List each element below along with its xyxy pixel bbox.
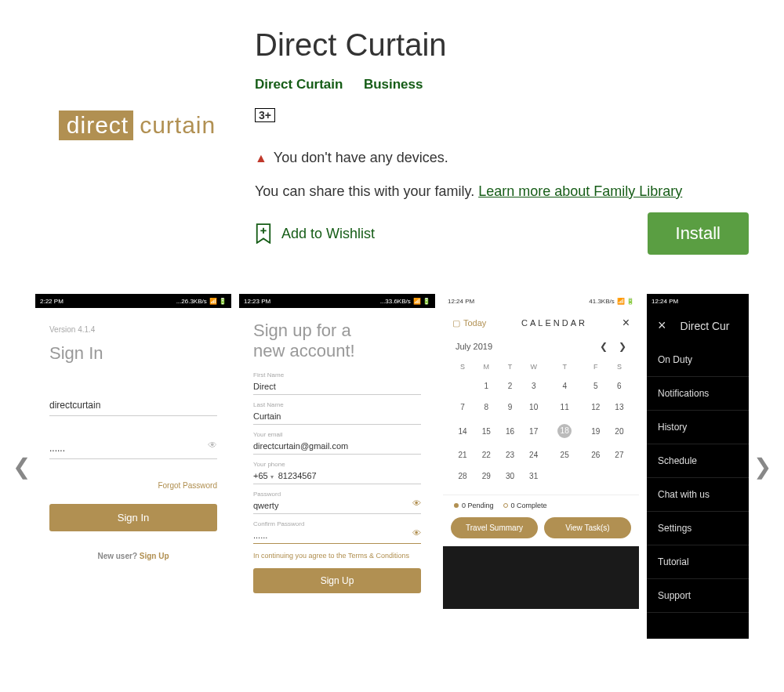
next-month-icon: ❯ <box>619 341 626 352</box>
email-field: directcurtain@gmail.com <box>253 438 421 455</box>
view-tasks-button: View Task(s) <box>544 517 631 538</box>
confirm-password-field: ......👁 <box>253 527 421 544</box>
today-button: ▢Today <box>452 318 486 328</box>
logo-left: direct <box>59 111 133 140</box>
share-text: You can share this with your family. <box>255 183 478 199</box>
menu-item: Tutorial <box>647 545 749 579</box>
category-link[interactable]: Business <box>364 77 423 92</box>
signal-icon: 📶 🔋 <box>209 298 227 305</box>
menu-item: Schedule <box>647 444 749 478</box>
eye-icon: 👁 <box>412 498 421 508</box>
menu-item: History <box>647 411 749 444</box>
menu-item: Chat with us <box>647 478 749 512</box>
calendar-grid: SMTWTFS 12345678910111213141516171819202… <box>451 358 631 487</box>
complete-status: 0 Complete <box>503 502 547 509</box>
month-label: July 2019 <box>456 342 492 351</box>
chevron-down-icon: ▾ <box>270 473 274 480</box>
bookmark-add-icon <box>255 223 272 244</box>
app-icon: direct curtain <box>35 24 239 227</box>
carousel-next[interactable]: ❯ <box>746 446 779 487</box>
signin-button: Sign In <box>49 504 217 531</box>
menu-item: Support <box>647 579 749 613</box>
screenshot-4[interactable]: 12:24 PM × Direct Cur On DutyNotificatio… <box>647 294 749 639</box>
logo-right: curtain <box>133 112 216 139</box>
install-button[interactable]: Install <box>648 212 749 255</box>
signal-icon: 📶 🔋 <box>617 298 634 305</box>
signal-icon: 📶 🔋 <box>413 298 430 305</box>
screenshot-2[interactable]: 12:23 PM ...33.6KB/s📶 🔋 Sign up for anew… <box>239 294 435 639</box>
wishlist-label: Add to Wishlist <box>281 226 375 242</box>
drawer-title: Direct Cur <box>681 320 730 332</box>
pending-status: 0 Pending <box>454 502 494 509</box>
wishlist-button[interactable]: Add to Wishlist <box>255 223 375 244</box>
menu-item: On Duty <box>647 343 749 377</box>
travel-summary-button: Travel Summary <box>451 517 538 538</box>
version-label: Version 4.1.4 <box>49 325 217 334</box>
calendar-title: CALENDAR <box>521 318 587 328</box>
content-rating: 3+ <box>255 108 275 122</box>
carousel-prev[interactable]: ❮ <box>5 446 38 487</box>
app-title: Direct Curtain <box>255 27 749 63</box>
phone-field: +65 ▾ 81234567 <box>253 468 421 484</box>
eye-icon: 👁 <box>412 528 421 538</box>
status-time: 12:24 PM <box>652 298 678 305</box>
close-icon: × <box>622 316 630 330</box>
signup-button: Sign Up <box>253 568 421 593</box>
terms-text: In continuing you agree to the Terms & C… <box>253 552 421 561</box>
password-field: qwerty👁 <box>253 498 421 514</box>
family-library-link[interactable]: Learn more about Family Library <box>478 183 682 199</box>
first-name-field: Direct <box>253 379 421 395</box>
warning-icon: ▲ <box>255 151 267 165</box>
signin-title: Sign In <box>49 343 217 364</box>
close-icon: × <box>658 317 666 334</box>
eye-icon: 👁 <box>208 440 217 451</box>
status-time: 12:23 PM <box>244 298 270 305</box>
screenshot-1[interactable]: 2:22 PM ...26.3KB/s📶 🔋 Version 4.1.4 Sig… <box>35 294 231 639</box>
username-field: directcurtain <box>49 395 217 416</box>
screenshot-3[interactable]: 12:24 PM 41.3KB/s📶 🔋 ▢Today CALENDAR × J… <box>443 294 639 639</box>
last-name-field: Curtain <box>253 408 421 425</box>
menu-item: Settings <box>647 512 749 545</box>
forgot-password-link: Forgot Password <box>49 481 217 490</box>
warning-text: You don't have any devices. <box>274 150 448 166</box>
menu-item: Notifications <box>647 377 749 411</box>
password-field: ......👁 <box>49 438 217 459</box>
signup-title: Sign up for anew account! <box>253 321 421 362</box>
status-time: 2:22 PM <box>40 298 64 305</box>
developer-link[interactable]: Direct Curtain <box>255 77 343 92</box>
calendar-icon: ▢ <box>452 318 460 328</box>
new-user-row: New user? Sign Up <box>49 552 217 560</box>
status-time: 12:24 PM <box>448 298 474 305</box>
prev-month-icon: ❮ <box>600 341 608 352</box>
